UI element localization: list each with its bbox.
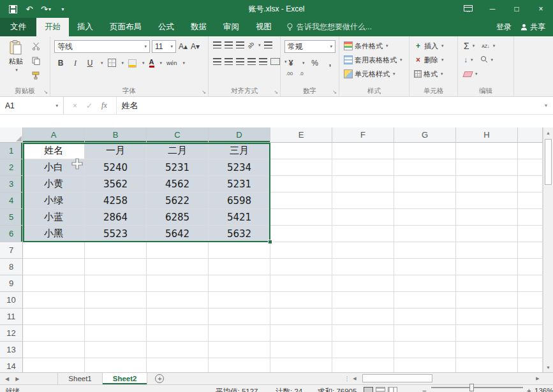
ribbon-display-options-button[interactable] [456,0,480,18]
cell-B2[interactable]: 5240 [85,159,147,176]
select-all-corner[interactable] [0,127,23,143]
save-button[interactable] [5,0,20,18]
row-header-11[interactable]: 11 [0,309,23,325]
column-header-partial[interactable] [518,127,543,143]
cell-A9[interactable] [23,275,85,292]
row-header-14[interactable]: 14 [0,358,23,372]
cell-B8[interactable] [85,259,147,275]
tab-公式[interactable]: 公式 [150,18,182,36]
cell-C6[interactable]: 5642 [147,226,209,242]
zoom-slider-thumb[interactable] [469,384,474,391]
cell-G9[interactable] [394,275,456,292]
cell-G7[interactable] [394,242,456,259]
tab-数据[interactable]: 数据 [182,18,215,36]
fill-handle[interactable] [268,240,272,244]
autosum-button[interactable]: Σ [464,41,469,51]
wrap-text-icon[interactable] [264,41,272,48]
cell-H5[interactable] [456,209,518,226]
cell-H10[interactable] [456,292,518,309]
cell-partial[interactable] [518,358,543,372]
cell-A8[interactable] [23,259,85,275]
cell-E4[interactable] [270,192,332,209]
cell-D1[interactable]: 三月 [209,143,270,159]
cell-D11[interactable] [209,309,270,325]
cell-E12[interactable] [270,325,332,342]
cell-A2[interactable]: 小白 [23,159,85,176]
formula-bar-expand-icon[interactable]: ▾ [539,97,553,114]
align-top-icon[interactable] [213,41,221,48]
cell-D5[interactable]: 5421 [209,209,270,226]
row-header-4[interactable]: 4 [0,192,23,209]
column-header-H[interactable]: H [456,127,518,143]
column-header-G[interactable]: G [394,127,456,143]
cell-H2[interactable] [456,159,518,176]
cell-partial[interactable] [518,242,543,259]
cell-G14[interactable] [394,358,456,372]
scroll-left-icon[interactable]: ◀ [350,376,360,381]
cell-F10[interactable] [332,292,394,309]
cell-H6[interactable] [456,226,518,242]
decrease-indent-icon[interactable] [247,58,256,65]
cell-B12[interactable] [85,325,147,342]
cell-A7[interactable] [23,242,85,259]
cell-C4[interactable]: 5622 [147,192,209,209]
cell-F14[interactable] [332,358,394,372]
cell-G13[interactable] [394,342,456,358]
cell-partial[interactable] [518,159,543,176]
scroll-right-icon[interactable]: ▶ [533,376,543,381]
cell-H14[interactable] [456,358,518,372]
font-color-button[interactable]: A [149,59,154,68]
cell-H7[interactable] [456,242,518,259]
row-header-13[interactable]: 13 [0,342,23,358]
cell-G10[interactable] [394,292,456,309]
cell-E10[interactable] [270,292,332,309]
cells-item-1[interactable]: +插入▾ [411,39,447,53]
borders-button[interactable] [108,59,116,68]
cell-partial[interactable] [518,342,543,358]
cell-H9[interactable] [456,275,518,292]
cell-A3[interactable]: 小黄 [23,176,85,192]
vertical-scrollbar-thumb[interactable] [545,139,552,185]
cell-D14[interactable] [209,358,270,372]
column-header-E[interactable]: E [270,127,332,143]
cell-E5[interactable] [270,209,332,226]
cell-F5[interactable] [332,209,394,226]
percent-style-button[interactable]: % [310,57,320,69]
sheet-tab-Sheet2[interactable]: Sheet2 [103,373,148,384]
tab-split-handle[interactable]: ⋮ [344,375,350,382]
cell-partial[interactable] [518,309,543,325]
increase-decimal-button[interactable]: .00 [286,71,293,76]
row-header-1[interactable]: 1 [0,143,23,159]
cell-F2[interactable] [332,159,394,176]
view-page-layout-button[interactable] [376,387,385,392]
cell-C12[interactable] [147,325,209,342]
cell-D2[interactable]: 5234 [209,159,270,176]
cell-E11[interactable] [270,309,332,325]
confirm-entry-button[interactable]: ✓ [86,101,92,110]
cell-G5[interactable] [394,209,456,226]
align-center-icon[interactable] [225,58,233,65]
clear-button[interactable] [462,71,473,77]
formula-input[interactable]: 姓名 [117,97,539,114]
cell-B6[interactable]: 5523 [85,226,147,242]
cell-D6[interactable]: 5632 [209,226,270,242]
cell-E7[interactable] [270,242,332,259]
font-name-select[interactable]: 等线▾ [54,40,150,53]
cell-C14[interactable] [147,358,209,372]
tab-审阅[interactable]: 审阅 [215,18,247,36]
cell-G3[interactable] [394,176,456,192]
cell-A11[interactable] [23,309,85,325]
scroll-down-icon[interactable]: ▼ [543,362,553,372]
zoom-slider[interactable] [431,387,523,388]
sort-filter-button[interactable]: AZ↓ [482,44,489,48]
bold-button[interactable]: B [55,57,66,69]
cell-H11[interactable] [456,309,518,325]
cell-C3[interactable]: 4562 [147,176,209,192]
orientation-icon[interactable]: ab [246,40,255,49]
paste-button[interactable]: 粘贴 ▾ [3,40,29,73]
cell-A4[interactable]: 小绿 [23,192,85,209]
cell-B9[interactable] [85,275,147,292]
row-header-6[interactable]: 6 [0,226,23,242]
cell-B10[interactable] [85,292,147,309]
share-button[interactable]: 共享 [520,22,545,33]
